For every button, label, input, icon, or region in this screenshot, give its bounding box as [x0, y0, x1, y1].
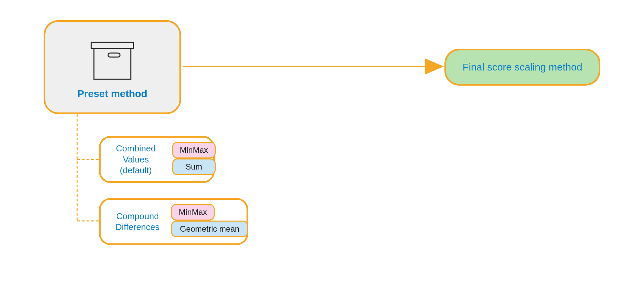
- child-combined-values: CombinedValues(default) MinMax Sum: [99, 136, 215, 183]
- diagram-canvas: Preset method Final score scaling method…: [0, 0, 644, 282]
- tag-sum: Sum: [172, 158, 216, 175]
- svg-rect-2: [91, 42, 133, 48]
- child-compound-differences-label: CompoundDifferences: [101, 211, 174, 233]
- preset-method-node: Preset method: [44, 20, 181, 114]
- svg-rect-3: [108, 53, 120, 57]
- child-compound-differences-tags: MinMax Geometric mean: [171, 204, 248, 237]
- final-score-node: Final score scaling method: [444, 49, 600, 86]
- tag-minmax: MinMax: [172, 142, 216, 158]
- preset-title: Preset method: [77, 88, 147, 99]
- child-combined-values-tags: MinMax Sum: [172, 142, 216, 175]
- final-score-title: Final score scaling method: [463, 61, 582, 73]
- archive-box-icon: [84, 35, 141, 82]
- tag-minmax-2: MinMax: [171, 204, 215, 221]
- child-compound-differences: CompoundDifferences MinMax Geometric mea…: [99, 198, 248, 245]
- child-combined-values-label: CombinedValues(default): [101, 143, 171, 176]
- tag-geometric-mean: Geometric mean: [171, 221, 248, 237]
